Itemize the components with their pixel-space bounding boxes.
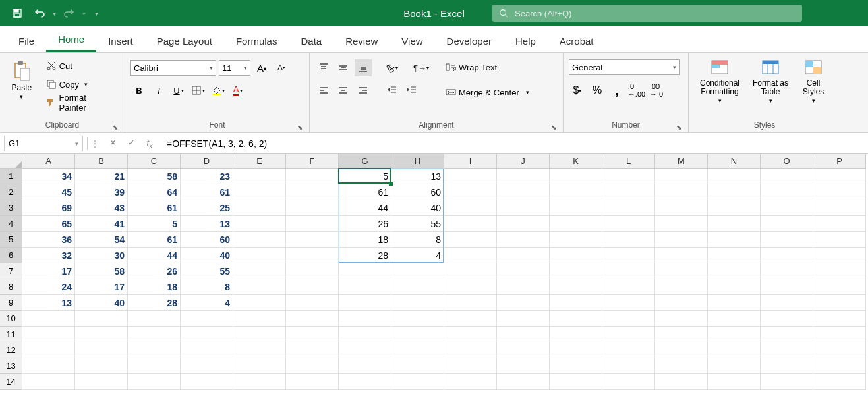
cell[interactable] — [708, 311, 761, 327]
column-header[interactable]: F — [286, 154, 339, 169]
cell[interactable] — [444, 184, 497, 200]
cell[interactable] — [602, 311, 655, 327]
row-header[interactable]: 5 — [0, 232, 22, 248]
cell[interactable]: 26 — [339, 216, 391, 232]
cell[interactable] — [655, 374, 708, 390]
cell[interactable] — [128, 327, 181, 342]
cell[interactable] — [497, 342, 550, 358]
tab-page-layout[interactable]: Page Layout — [145, 29, 224, 52]
cell[interactable]: 65 — [22, 216, 75, 232]
row-header[interactable]: 4 — [0, 216, 22, 232]
cell[interactable] — [286, 184, 339, 200]
column-header[interactable]: M — [655, 154, 708, 169]
cell[interactable] — [233, 184, 286, 200]
font-name-combo[interactable]: Calibri▾ — [130, 60, 216, 76]
cell[interactable] — [655, 311, 708, 327]
cell[interactable] — [497, 232, 550, 248]
cell[interactable] — [655, 279, 708, 295]
cell[interactable]: 60 — [391, 184, 444, 200]
cell[interactable] — [761, 374, 813, 390]
cell[interactable]: 17 — [75, 279, 128, 295]
cell[interactable] — [497, 169, 550, 184]
save-button[interactable] — [8, 4, 26, 22]
cell[interactable] — [602, 169, 655, 184]
increase-font-icon[interactable]: A▴ — [253, 59, 270, 76]
cell[interactable] — [339, 311, 391, 327]
font-color-button[interactable]: A▾ — [229, 82, 246, 99]
text-direction-icon[interactable]: ¶→▾ — [413, 59, 430, 76]
row-header[interactable]: 11 — [0, 327, 22, 342]
formula-input[interactable]: =OFFSET(A1, 3, 2, 6, 2) — [161, 138, 868, 149]
align-center-icon[interactable] — [335, 82, 352, 99]
cell[interactable] — [602, 374, 655, 390]
cell[interactable] — [444, 311, 497, 327]
cell[interactable] — [391, 327, 444, 342]
cell[interactable]: 5 — [128, 216, 181, 232]
row-header[interactable]: 1 — [0, 169, 22, 184]
cell[interactable] — [708, 374, 761, 390]
column-header[interactable]: P — [813, 154, 866, 169]
cell[interactable] — [602, 295, 655, 311]
cell[interactable] — [391, 279, 444, 295]
merge-center-button[interactable]: Merge & Center▾ — [442, 84, 533, 100]
cell[interactable] — [602, 342, 655, 358]
cell[interactable]: 21 — [75, 169, 128, 184]
cell[interactable] — [602, 358, 655, 374]
column-header[interactable]: K — [550, 154, 602, 169]
row-header[interactable]: 8 — [0, 279, 22, 295]
cell[interactable] — [22, 327, 75, 342]
cell[interactable]: 4 — [391, 248, 444, 263]
cell[interactable] — [75, 327, 128, 342]
cell[interactable] — [286, 263, 339, 279]
clipboard-launcher-icon[interactable]: ⬊ — [113, 124, 118, 131]
cell[interactable]: 18 — [339, 232, 391, 248]
cell[interactable] — [286, 342, 339, 358]
cell[interactable] — [602, 232, 655, 248]
cell[interactable] — [391, 358, 444, 374]
cell[interactable] — [286, 216, 339, 232]
cell[interactable]: 44 — [339, 200, 391, 216]
cell[interactable] — [391, 311, 444, 327]
cell[interactable] — [391, 342, 444, 358]
cell[interactable] — [813, 358, 866, 374]
cell[interactable] — [75, 358, 128, 374]
cell[interactable] — [550, 342, 602, 358]
column-header[interactable]: C — [128, 154, 181, 169]
row-header[interactable]: 10 — [0, 311, 22, 327]
cell[interactable] — [128, 358, 181, 374]
cell[interactable]: 61 — [339, 184, 391, 200]
cell[interactable] — [286, 232, 339, 248]
conditional-formatting-button[interactable]: Conditional Formatting▾ — [694, 55, 745, 105]
row-header[interactable]: 2 — [0, 184, 22, 200]
cell[interactable]: 17 — [22, 263, 75, 279]
cell[interactable] — [339, 295, 391, 311]
cell[interactable] — [444, 327, 497, 342]
cell[interactable] — [655, 169, 708, 184]
cell[interactable] — [761, 342, 813, 358]
number-launcher-icon[interactable]: ⬊ — [676, 124, 681, 131]
column-header[interactable]: O — [761, 154, 813, 169]
cell[interactable]: 45 — [22, 184, 75, 200]
cancel-formula-button[interactable]: ✕ — [106, 138, 119, 149]
cell[interactable]: 13 — [22, 295, 75, 311]
cell[interactable] — [339, 327, 391, 342]
cell[interactable] — [813, 200, 866, 216]
row-header[interactable]: 13 — [0, 358, 22, 374]
column-header[interactable]: H — [391, 154, 444, 169]
decrease-indent-icon[interactable] — [384, 82, 401, 99]
cell[interactable] — [550, 279, 602, 295]
cell[interactable] — [339, 342, 391, 358]
cell[interactable]: 41 — [75, 216, 128, 232]
borders-button[interactable]: ▾ — [190, 82, 207, 99]
cell[interactable] — [602, 184, 655, 200]
column-header[interactable]: I — [444, 154, 497, 169]
cell[interactable] — [286, 358, 339, 374]
increase-indent-icon[interactable] — [403, 82, 420, 99]
cell[interactable] — [497, 184, 550, 200]
cell[interactable] — [128, 374, 181, 390]
cell[interactable] — [708, 342, 761, 358]
cell[interactable] — [813, 327, 866, 342]
cell[interactable] — [550, 184, 602, 200]
search-box[interactable]: Search (Alt+Q) — [492, 5, 802, 22]
cell[interactable]: 43 — [75, 200, 128, 216]
